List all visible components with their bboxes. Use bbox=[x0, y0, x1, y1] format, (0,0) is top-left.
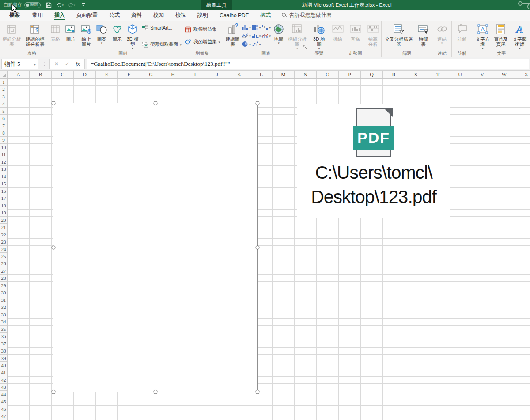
enter-button[interactable]: ✓ bbox=[62, 60, 72, 68]
sparkline-winloss-button[interactable]: 輸贏分析 bbox=[366, 22, 381, 47]
row-header-26[interactable]: 26 bbox=[0, 260, 7, 267]
row-header-19[interactable]: 19 bbox=[0, 209, 7, 216]
row-header-43[interactable]: 43 bbox=[0, 384, 7, 391]
row-header-14[interactable]: 14 bbox=[0, 173, 7, 180]
resize-handle-bottom-right[interactable] bbox=[256, 390, 260, 394]
column-header-S[interactable]: S bbox=[405, 71, 427, 79]
row-header-33[interactable]: 33 bbox=[0, 311, 7, 318]
charts-dialog-launcher[interactable] bbox=[303, 45, 308, 50]
column-header-M[interactable]: M bbox=[273, 71, 295, 79]
row-header-15[interactable]: 15 bbox=[0, 180, 7, 188]
pivottable-button[interactable]: 樞紐分析表 bbox=[1, 22, 23, 47]
insert-scatter-chart-button[interactable]: ▾ bbox=[252, 41, 261, 48]
column-header-X[interactable]: X bbox=[515, 71, 530, 79]
row-header-40[interactable]: 40 bbox=[0, 362, 7, 369]
row-header-6[interactable]: 6 bbox=[0, 115, 7, 122]
resize-handle-bottom-left[interactable] bbox=[52, 390, 56, 394]
insert-hierarchy-chart-button[interactable]: ▾ bbox=[252, 24, 261, 31]
insert-waterfall-chart-button[interactable]: ▾ bbox=[261, 24, 271, 31]
column-header-V[interactable]: V bbox=[471, 71, 493, 79]
column-header-H[interactable]: H bbox=[162, 71, 184, 79]
tab-view[interactable]: 檢視 bbox=[170, 10, 192, 21]
maps-button[interactable]: 地圖 ▾ bbox=[271, 22, 286, 45]
autosave-toggle[interactable]: 自動儲存 關閉 bbox=[4, 2, 41, 8]
row-header-2[interactable]: 2 bbox=[0, 86, 7, 93]
column-header-C[interactable]: C bbox=[52, 71, 74, 79]
online-pictures-button[interactable]: 線上圖片 bbox=[79, 22, 94, 47]
column-header-D[interactable]: D bbox=[74, 71, 96, 79]
insert-pie-chart-button[interactable]: ▾ bbox=[242, 41, 251, 48]
cancel-button[interactable]: ✕ bbox=[52, 60, 61, 68]
row-header-5[interactable]: 5 bbox=[0, 108, 7, 115]
row-header-46[interactable]: 46 bbox=[0, 405, 7, 412]
column-header-Q[interactable]: Q bbox=[361, 71, 383, 79]
row-header-47[interactable]: 47 bbox=[0, 413, 7, 420]
resize-handle-middle-left[interactable] bbox=[52, 246, 56, 250]
column-header-U[interactable]: U bbox=[449, 71, 471, 79]
row-header-32[interactable]: 32 bbox=[0, 304, 7, 311]
column-header-I[interactable]: I bbox=[184, 71, 206, 79]
column-header-K[interactable]: K bbox=[228, 71, 250, 79]
row-header-31[interactable]: 31 bbox=[0, 296, 7, 304]
icons-button[interactable]: 圖示 bbox=[110, 22, 125, 41]
save-button[interactable] bbox=[45, 1, 52, 8]
wordart-button[interactable]: A 文字藝術師 ▾ bbox=[510, 22, 529, 50]
row-header-24[interactable]: 24 bbox=[0, 246, 7, 253]
insert-statistic-chart-button[interactable]: ▾ bbox=[252, 32, 261, 39]
tab-insert[interactable]: 插入 bbox=[49, 10, 71, 21]
row-header-27[interactable]: 27 bbox=[0, 267, 7, 274]
column-header-G[interactable]: G bbox=[140, 71, 162, 79]
row-header-45[interactable]: 45 bbox=[0, 398, 7, 405]
insert-line-chart-button[interactable]: ▾ bbox=[242, 32, 251, 39]
insert-column-chart-button[interactable]: ▾ bbox=[242, 24, 251, 31]
row-header-44[interactable]: 44 bbox=[0, 391, 7, 398]
resize-handle-bottom-center[interactable] bbox=[154, 390, 158, 394]
recommended-charts-button[interactable]: ? 建議圖表 bbox=[224, 22, 241, 47]
select-all-button[interactable] bbox=[0, 71, 8, 79]
row-header-29[interactable]: 29 bbox=[0, 282, 7, 289]
row-header-1[interactable]: 1 bbox=[0, 79, 7, 86]
tell-me-search[interactable]: 告訴我您想做什麼 bbox=[282, 10, 332, 21]
sparkline-line-button[interactable]: 折線 bbox=[330, 22, 345, 41]
column-header-E[interactable]: E bbox=[96, 71, 118, 79]
tab-page-layout[interactable]: 頁面配置 bbox=[71, 10, 103, 21]
column-header-T[interactable]: T bbox=[427, 71, 449, 79]
customize-qat-button[interactable] bbox=[80, 1, 87, 8]
row-header-37[interactable]: 37 bbox=[0, 340, 7, 347]
3d-models-button[interactable]: 3D 模型 ▾ bbox=[125, 22, 140, 50]
cell-grid[interactable]: PDF C:\Users\tomcl\ Desktop\123.pdf bbox=[8, 79, 530, 420]
column-header-A[interactable]: A bbox=[8, 71, 30, 79]
column-header-O[interactable]: O bbox=[317, 71, 339, 79]
row-header-42[interactable]: 42 bbox=[0, 376, 7, 383]
row-header-23[interactable]: 23 bbox=[0, 238, 7, 245]
tab-data[interactable]: 資料 bbox=[125, 10, 148, 21]
name-box[interactable]: 物件 5 ▼ bbox=[1, 59, 38, 69]
row-header-16[interactable]: 16 bbox=[0, 188, 7, 195]
recommended-pivottables-button[interactable]: ? 建議的樞紐分析表 bbox=[23, 22, 47, 47]
tab-format[interactable]: 格式 bbox=[254, 10, 276, 21]
column-header-R[interactable]: R bbox=[383, 71, 405, 79]
undo-button[interactable]: ▾ bbox=[57, 1, 64, 8]
table-button[interactable]: 表格 bbox=[48, 22, 63, 41]
tab-review[interactable]: 校閱 bbox=[148, 10, 170, 21]
comment-button[interactable]: 註解 bbox=[455, 22, 470, 41]
row-header-17[interactable]: 17 bbox=[0, 195, 7, 202]
resize-handle-top-left[interactable] bbox=[52, 101, 56, 105]
timeline-button[interactable]: 時間表 bbox=[416, 22, 431, 47]
row-header-10[interactable]: 10 bbox=[0, 144, 7, 151]
column-header-B[interactable]: B bbox=[30, 71, 52, 79]
insert-combo-chart-button[interactable]: ▾ bbox=[261, 32, 271, 39]
row-header-20[interactable]: 20 bbox=[0, 217, 7, 224]
row-header-38[interactable]: 38 bbox=[0, 347, 7, 354]
sparkline-column-button[interactable]: 直條 bbox=[348, 22, 363, 41]
tab-formulas[interactable]: 公式 bbox=[103, 10, 125, 21]
chevron-down-icon[interactable]: ▼ bbox=[33, 63, 37, 67]
column-header-N[interactable]: N bbox=[295, 71, 317, 79]
row-header-25[interactable]: 25 bbox=[0, 253, 7, 260]
get-addins-button[interactable]: 取得增益集 bbox=[185, 25, 220, 34]
row-header-36[interactable]: 36 bbox=[0, 333, 7, 340]
insert-function-button[interactable]: fx bbox=[73, 60, 83, 68]
column-header-P[interactable]: P bbox=[339, 71, 361, 79]
pdf-package-object[interactable]: PDF C:\Users\tomcl\ Desktop\123.pdf bbox=[297, 104, 450, 218]
textbox-button[interactable]: A 文字方塊 ▾ bbox=[474, 22, 491, 50]
